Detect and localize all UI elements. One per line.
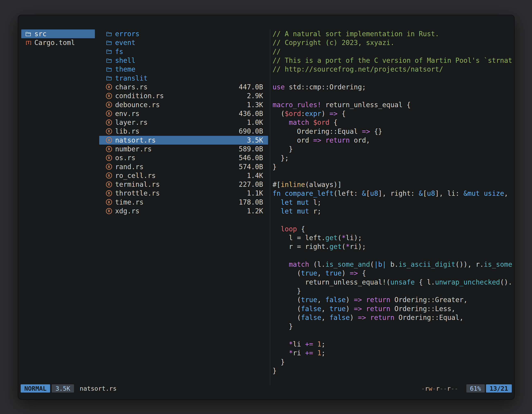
code-line: }: [273, 144, 515, 154]
rust-file-icon: R: [105, 198, 113, 206]
rust-file-icon: R: [105, 101, 113, 108]
file-row[interactable]: Rnatsort.rs3.5K: [99, 136, 268, 144]
folder-icon: [105, 30, 113, 38]
dir-row[interactable]: errors: [99, 29, 268, 38]
file-row[interactable]: Rnumber.rs589.0B: [99, 144, 268, 154]
file-row[interactable]: Renv.rs436.0B: [99, 109, 268, 118]
rust-file-icon: R: [105, 136, 113, 144]
code-line: Ordering::Equal => {}: [273, 127, 515, 136]
file-row[interactable]: Rchars.rs447.0B: [99, 83, 268, 91]
code-line: // Copyright (c) 2023, sxyazi.: [273, 38, 515, 47]
rust-file-icon: R: [105, 163, 113, 170]
file-name: natsort.rs: [115, 136, 156, 144]
file-row[interactable]: Rxdg.rs1.2K: [99, 207, 268, 215]
file-row[interactable]: Rcondition.rs2.9K: [99, 91, 268, 100]
code-line: *li += 1;: [273, 340, 515, 348]
file-name: debounce.rs: [115, 101, 160, 109]
code-line: (true, true) => {: [273, 269, 515, 278]
current-pane: errorseventfsshellthemetranslitRchars.rs…: [99, 29, 268, 215]
status-bar-left: NORMAL 3.5K natsort.rs: [21, 384, 116, 393]
file-row[interactable]: Rro_cell.rs1.4K: [99, 171, 268, 180]
file-name: ro_cell.rs: [115, 172, 156, 180]
code-line: ord => return ord,: [273, 136, 515, 144]
file-name: condition.rs: [115, 92, 164, 100]
code-line: (false, false) => return Ordering::Equal…: [273, 313, 515, 322]
file-size: 178.0B: [239, 198, 263, 206]
rust-file-icon: R: [105, 207, 113, 215]
code-line: [273, 216, 515, 224]
file-name: layer.rs: [115, 118, 148, 126]
file-size: 574.0B: [239, 163, 263, 171]
cursor-position-badge: 13/21: [486, 384, 512, 393]
file-size: 690.0B: [239, 127, 263, 135]
file-size: 1.0K: [247, 118, 263, 126]
code-line: //: [273, 47, 515, 56]
folder-icon: [105, 39, 113, 47]
file-size: 546.0B: [239, 154, 263, 162]
file-name: chars.rs: [115, 83, 148, 91]
rust-file-icon: R: [105, 154, 113, 162]
file-name: rand.rs: [115, 163, 143, 171]
folder-icon: [105, 48, 113, 55]
file-row[interactable]: Rthrottle.rs1.1K: [99, 189, 268, 198]
code-line: }: [273, 287, 515, 295]
dir-row[interactable]: src: [21, 29, 95, 38]
file-size: 1.2K: [247, 207, 263, 215]
code-line: ($ord:expr) => {: [273, 109, 515, 118]
file-name: time.rs: [115, 198, 143, 206]
file-name: translit: [115, 74, 148, 82]
code-line: let mut r;: [273, 207, 515, 216]
file-size: 1.4K: [247, 172, 263, 180]
file-size: 1.3K: [247, 101, 263, 109]
rust-file-icon: R: [105, 190, 113, 197]
rust-file-icon: R: [105, 110, 113, 117]
dir-row[interactable]: translit: [99, 74, 268, 82]
code-line: macro_rules! return_unless_equal {: [273, 100, 515, 109]
code-line: }: [273, 366, 515, 375]
file-name: src: [34, 30, 47, 38]
file-name: fs: [115, 48, 123, 56]
code-line: l = left.get(*li);: [273, 233, 515, 242]
dir-row[interactable]: event: [99, 38, 268, 47]
file-name: xdg.rs: [115, 207, 139, 215]
code-line: *ri += 1;: [273, 348, 515, 357]
file-size: 227.0B: [239, 180, 263, 188]
file-name: lib.rs: [115, 127, 139, 135]
preview-pane: // A natural sort implementation in Rust…: [273, 29, 515, 379]
code-line: (false, true) => return Ordering::Less,: [273, 304, 515, 313]
file-name: os.rs: [115, 154, 135, 162]
dir-row[interactable]: fs: [99, 47, 268, 56]
code-line: (true, false) => return Ordering::Greate…: [273, 295, 515, 304]
file-name: terminal.rs: [115, 180, 160, 188]
file-row[interactable]: Rdebounce.rs1.3K: [99, 100, 268, 109]
file-size: 589.0B: [239, 145, 263, 153]
code-line: use std::cmp::Ordering;: [273, 83, 515, 91]
file-row[interactable]: Rrand.rs574.0B: [99, 162, 268, 171]
file-size: 436.0B: [239, 110, 263, 118]
dir-row[interactable]: theme: [99, 65, 268, 74]
rust-file-icon: R: [105, 181, 113, 188]
scroll-percent-badge: 61%: [466, 384, 485, 393]
file-name: throttle.rs: [115, 189, 160, 197]
code-line: // http://sourcefrog.net/projects/natsor…: [273, 65, 515, 74]
file-name: theme: [115, 65, 135, 73]
code-line: #[inline(always)]: [273, 180, 515, 189]
file-row[interactable]: Ros.rs546.0B: [99, 154, 268, 162]
code-line: [273, 171, 515, 180]
code-line: }: [273, 322, 515, 331]
file-name: env.rs: [115, 110, 139, 118]
dir-row[interactable]: shell: [99, 56, 268, 65]
file-row[interactable]: [T]Cargo.toml: [21, 38, 95, 47]
file-row[interactable]: Rlayer.rs1.0K: [99, 118, 268, 127]
file-size: 447.0B: [239, 83, 263, 91]
code-view: // A natural sort implementation in Rust…: [273, 29, 515, 375]
file-row[interactable]: Rterminal.rs227.0B: [99, 180, 268, 189]
folder-icon: [105, 75, 113, 82]
file-name: shell: [115, 57, 135, 64]
folder-icon: [25, 30, 32, 38]
file-row[interactable]: Rtime.rs178.0B: [99, 198, 268, 207]
file-row[interactable]: Rlib.rs690.0B: [99, 127, 268, 136]
code-line: fn compare_left(left: &[u8], right: &[u8…: [273, 189, 515, 198]
code-line: };: [273, 154, 515, 163]
file-size-badge: 3.5K: [52, 384, 74, 393]
